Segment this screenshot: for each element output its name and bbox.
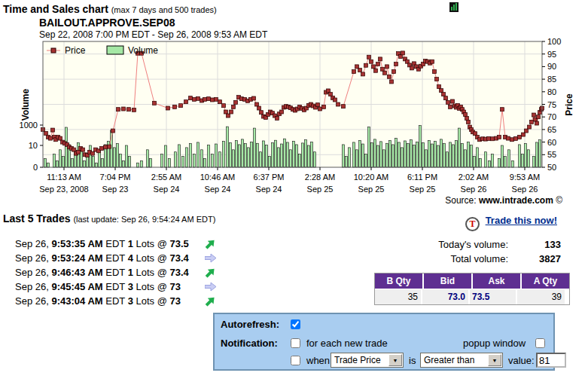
svg-text:Sep 23: Sep 23 (102, 185, 129, 194)
comparator-select[interactable]: Greater than ▼ (420, 353, 503, 368)
trade-date: Sep 26, (15, 238, 49, 249)
svg-text:65: 65 (547, 125, 556, 134)
trade-lots: 1 (128, 238, 133, 249)
book-aqty-value: 39 (517, 289, 565, 304)
contract-title: BAILOUT.APPROVE.SEP08 (39, 17, 175, 29)
svg-text:7:04 PM: 7:04 PM (100, 173, 131, 182)
value-input[interactable] (536, 353, 566, 368)
svg-text:50: 50 (547, 163, 556, 172)
svg-text:Volume: Volume (128, 45, 158, 56)
book-bqty-value: 35 (375, 289, 422, 304)
svg-text:60: 60 (547, 138, 556, 147)
svg-text:80: 80 (547, 87, 556, 96)
svg-text:75: 75 (547, 100, 556, 109)
trade-lots-label: Lots @ (136, 281, 166, 292)
todays-volume-value: 133 (508, 239, 561, 250)
trade-tz: EDT (105, 238, 125, 249)
svg-text:Sep 25: Sep 25 (410, 185, 436, 194)
trade-price: 73.4 (170, 267, 189, 278)
svg-text:70: 70 (547, 112, 556, 121)
trade-row: Sep 26, 9:53:24 AM EDT 4 Lots @ 73.4 (15, 252, 241, 267)
last-update-note: (last update: Sep 26, 9:54:24 AM EDT) (73, 215, 215, 224)
chart-date-range: Sep 22, 2008 7:00 PM EDT - Sep 26, 2008 … (39, 29, 267, 40)
book-bid-value[interactable]: 73.0 (422, 289, 470, 304)
popup-window-checkbox[interactable] (535, 338, 545, 348)
trade-lots-label: Lots @ (136, 252, 166, 264)
trade-row: Sep 26, 9:46:43 AM EDT 1 Lots @ 73.4 (15, 267, 241, 281)
trade-lots-label: Lots @ (136, 238, 166, 249)
source-label: Source: (445, 195, 476, 206)
when-condition-checkbox[interactable] (291, 356, 300, 365)
trade-row: Sep 26, 9:43:04 AM EDT 3 Lots @ 73 (15, 295, 241, 310)
todays-volume-label: Today's volume: (340, 239, 508, 250)
svg-text:Volume: Volume (20, 88, 31, 121)
trade-lots-label: Lots @ (136, 267, 166, 278)
trade-date: Sep 26, (15, 295, 49, 307)
svg-text:Sep 25: Sep 25 (358, 185, 385, 194)
svg-text:11:13 AM: 11:13 AM (47, 173, 81, 182)
autorefresh-label: Autorefresh: (221, 319, 279, 330)
page-title-text: Time and Sales chart (3, 3, 108, 15)
svg-text:6:11 PM: 6:11 PM (407, 173, 437, 182)
trade-date: Sep 26, (15, 252, 49, 264)
trade-row: Sep 26, 9:53:35 AM EDT 1 Lots @ 73.5 (15, 238, 241, 252)
svg-text:6:37 PM: 6:37 PM (254, 173, 285, 182)
trade-row: Sep 26, 9:45:45 AM EDT 3 Lots @ 73 (15, 281, 241, 295)
trade-time: 9:46:43 AM (51, 267, 102, 278)
svg-text:10:46 AM: 10:46 AM (200, 173, 235, 182)
trade-price: 73.4 (170, 252, 189, 264)
page-title-note: (max 7 days and 500 trades) (111, 5, 217, 14)
value-label: value: (508, 355, 535, 366)
trade-this-now: T Trade this now! (465, 215, 557, 231)
trade-lots: 3 (128, 281, 133, 292)
trade-direction-icon (205, 267, 217, 278)
book-header-bqty: B Qty (375, 273, 424, 289)
total-volume-label: Total volume: (340, 253, 508, 264)
autorefresh-checkbox[interactable] (291, 319, 300, 329)
svg-text:Sep 24: Sep 24 (205, 185, 231, 194)
trade-price: 73 (170, 295, 181, 307)
when-label: when (306, 355, 330, 366)
svg-text:9:53 AM: 9:53 AM (510, 173, 540, 182)
svg-text:Sep 24: Sep 24 (154, 185, 180, 194)
trade-direction-icon (205, 253, 217, 264)
is-label: is (409, 355, 416, 366)
svg-text:2:55 AM: 2:55 AM (151, 173, 181, 182)
field-select[interactable]: Trade Price ▼ (331, 353, 404, 368)
popup-window-label: popup window (463, 338, 526, 349)
chevron-down-icon[interactable]: ▼ (388, 354, 402, 366)
svg-text:90: 90 (547, 62, 556, 71)
trade-lots: 1 (128, 267, 133, 278)
trade-time: 9:43:04 AM (51, 295, 102, 307)
volume-summary: Today's volume: 133 Total volume: 3827 (340, 237, 561, 266)
svg-text:Sep 26: Sep 26 (512, 185, 538, 194)
trade-date: Sep 26, (15, 267, 49, 278)
svg-text:55: 55 (547, 150, 556, 159)
trade-direction-icon (205, 239, 217, 249)
book-header-bid: Bid (424, 273, 473, 289)
trade-tz: EDT (105, 281, 125, 292)
svg-text:10: 10 (29, 141, 38, 150)
svg-text:Price: Price (564, 93, 574, 116)
trade-lots: 3 (128, 295, 133, 307)
svg-text:1000: 1000 (20, 121, 38, 130)
trade-time: 9:45:45 AM (51, 281, 102, 292)
trade-price: 73 (170, 281, 181, 292)
trade-tz: EDT (105, 295, 125, 307)
source-link[interactable]: www.intrade.com (479, 195, 553, 206)
book-header-ask: Ask (473, 273, 522, 289)
trade-tz: EDT (105, 252, 125, 264)
each-trade-checkbox[interactable] (291, 338, 300, 348)
svg-text:10:20 AM: 10:20 AM (354, 173, 388, 182)
svg-text:Sep 26: Sep 26 (461, 185, 487, 194)
trade-this-now-link[interactable]: Trade this now! (486, 215, 557, 226)
notification-label: Notification: (221, 338, 278, 349)
copyright-symbol: © (556, 195, 562, 206)
chevron-down-icon[interactable]: ▼ (488, 354, 501, 366)
svg-text:100: 100 (547, 37, 561, 46)
trade-lots-label: Lots @ (136, 295, 166, 307)
book-ask-value[interactable]: 73.5 (470, 289, 517, 304)
trade-lots: 4 (128, 252, 133, 264)
trade-time: 9:53:24 AM (51, 252, 102, 264)
svg-text:Sep 25: Sep 25 (307, 185, 334, 194)
